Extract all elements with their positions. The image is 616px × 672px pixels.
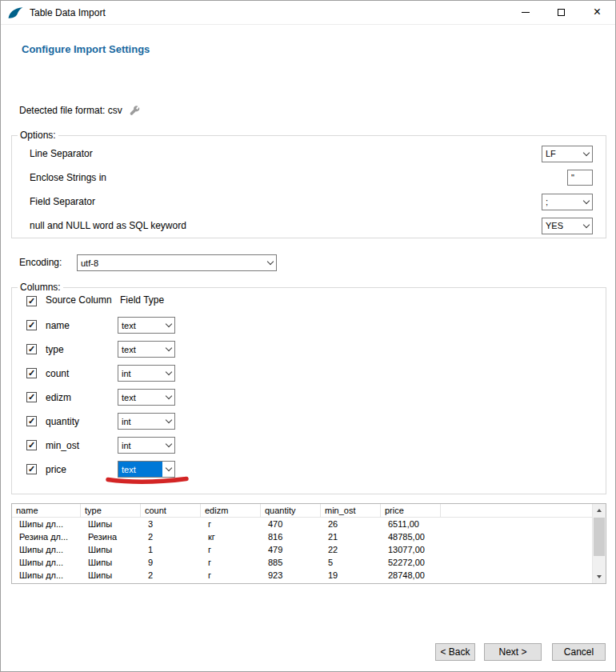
preview-cell: 3: [141, 518, 201, 530]
chevron-down-icon: [580, 194, 592, 210]
column-row-name: ✓ name text: [12, 314, 606, 338]
line-separator-row: Line Separator LF: [12, 142, 606, 166]
checkmark-icon: ✓: [28, 345, 35, 354]
options-legend: Options:: [18, 130, 58, 141]
maximize-button[interactable]: [543, 1, 579, 24]
preview-cell: 19: [321, 569, 381, 582]
preview-cell: 21: [321, 530, 381, 543]
source-column-header: Source Column: [46, 294, 112, 306]
column-label: type: [46, 338, 64, 362]
preview-header-filler: [441, 504, 606, 517]
table-row: Шипы дл... Шипы 3 г 470 26 6511,00: [12, 518, 606, 530]
wrench-icon[interactable]: [129, 104, 141, 116]
encoding-value: utf-8: [78, 255, 264, 270]
field-type-select-type[interactable]: text: [118, 341, 175, 358]
cancel-button[interactable]: Cancel: [552, 643, 606, 661]
select-all-checkbox[interactable]: ✓: [26, 296, 37, 306]
column-label: quantity: [46, 410, 79, 434]
column-row-edizm: ✓ edizm text: [12, 386, 606, 410]
preview-cell: 52272,00: [381, 556, 441, 569]
next-button[interactable]: Next >: [484, 643, 542, 661]
preview-cell: 923: [261, 569, 321, 582]
options-group: Options: Line Separator LF Enclose Strin…: [11, 135, 606, 238]
column-checkbox-type[interactable]: ✓: [26, 344, 37, 354]
field-type-select-min-ost[interactable]: int: [118, 437, 175, 454]
checkmark-icon: ✓: [28, 297, 35, 306]
chevron-down-icon: [162, 366, 174, 381]
null-keyword-label: null and NULL word as SQL keyword: [30, 220, 542, 231]
table-data-import-window: Table Data Import × Configure Import Set…: [0, 0, 616, 672]
column-checkbox-name[interactable]: ✓: [26, 320, 37, 330]
field-type-select-name[interactable]: text: [118, 317, 175, 334]
back-button[interactable]: < Back: [435, 643, 475, 661]
column-checkbox-count[interactable]: ✓: [26, 368, 37, 378]
arrow-down-icon: [597, 575, 602, 578]
table-row: Шипы дл... Шипы 2 г 923 19 28748,00: [12, 569, 606, 582]
column-row-quantity: ✓ quantity int: [12, 410, 606, 434]
enclose-strings-label: Enclose Strings in: [30, 172, 567, 183]
field-type-value: int: [118, 438, 162, 453]
enclose-strings-input[interactable]: [567, 170, 593, 186]
arrow-up-icon: [597, 509, 602, 512]
chevron-down-icon: [162, 318, 174, 333]
column-checkbox-min-ost[interactable]: ✓: [26, 440, 37, 450]
preview-cell: Шипы: [81, 556, 141, 569]
column-label: price: [46, 458, 66, 482]
preview-cell: кг: [201, 530, 261, 543]
preview-cell: 1: [141, 543, 201, 556]
table-row: Резина дл... Резина 2 кг 816 21 48785,00: [12, 530, 606, 543]
field-type-select-count[interactable]: int: [118, 365, 175, 382]
chevron-down-icon: [162, 438, 174, 453]
maximize-icon: [558, 9, 565, 16]
column-row-type: ✓ type text: [12, 338, 606, 362]
field-type-value: text: [118, 318, 162, 333]
null-keyword-select[interactable]: YES: [542, 218, 593, 234]
line-separator-select[interactable]: LF: [542, 146, 593, 162]
encoding-select[interactable]: utf-8: [77, 254, 277, 271]
null-keyword-row: null and NULL word as SQL keyword YES: [12, 214, 606, 238]
preview-cell: 5: [321, 556, 381, 569]
preview-header-cell: quantity: [261, 504, 321, 517]
field-type-value: text: [118, 342, 162, 357]
detected-format-label: Detected file format: csv: [19, 105, 122, 116]
titlebar: Table Data Import ×: [1, 1, 615, 25]
preview-header-cell: edizm: [201, 504, 261, 517]
field-separator-value: ;: [542, 194, 580, 210]
preview-cell: 6511,00: [381, 518, 441, 530]
scroll-down-button[interactable]: [593, 570, 606, 583]
preview-cell: Резина: [81, 530, 141, 543]
preview-cell: Шипы: [81, 543, 141, 556]
preview-body: Шипы дл... Шипы 3 г 470 26 6511,00 Резин…: [12, 518, 606, 582]
checkmark-icon: ✓: [28, 369, 35, 378]
table-row: Шипы дл... Шипы 1 г 479 22 13077,00: [12, 543, 606, 556]
field-type-select-edizm[interactable]: text: [118, 389, 175, 406]
field-type-select-quantity[interactable]: int: [118, 413, 175, 430]
close-button[interactable]: ×: [579, 1, 615, 24]
column-label: min_ost: [46, 434, 79, 458]
column-checkbox-quantity[interactable]: ✓: [26, 416, 37, 426]
preview-header-cell: price: [381, 504, 441, 517]
preview-cell: Шипы: [81, 518, 141, 530]
preview-cell: 22: [321, 543, 381, 556]
scroll-up-button[interactable]: [593, 504, 606, 517]
column-checkbox-edizm[interactable]: ✓: [26, 392, 37, 402]
null-keyword-value: YES: [542, 218, 580, 234]
column-checkbox-price[interactable]: ✓: [26, 464, 37, 474]
preview-header-cell: count: [141, 504, 201, 517]
preview-cell: Шипы: [81, 569, 141, 582]
preview-cell: 9: [141, 556, 201, 569]
preview-cell: Шипы дл...: [12, 543, 81, 556]
column-row-min-ost: ✓ min_ost int: [12, 434, 606, 458]
field-separator-select[interactable]: ;: [542, 194, 593, 210]
chevron-down-icon: [264, 255, 276, 270]
preview-cell: Шипы дл...: [12, 518, 81, 530]
preview-cell: г: [201, 518, 261, 530]
scrollbar-thumb[interactable]: [594, 518, 605, 556]
detected-format-row: Detected file format: csv: [19, 104, 141, 116]
close-icon: ×: [594, 6, 601, 18]
field-type-value: int: [118, 366, 162, 381]
preview-cell: 2: [141, 530, 201, 543]
scrollbar[interactable]: [592, 504, 606, 583]
minimize-button[interactable]: [507, 1, 543, 24]
chevron-down-icon: [580, 146, 592, 162]
